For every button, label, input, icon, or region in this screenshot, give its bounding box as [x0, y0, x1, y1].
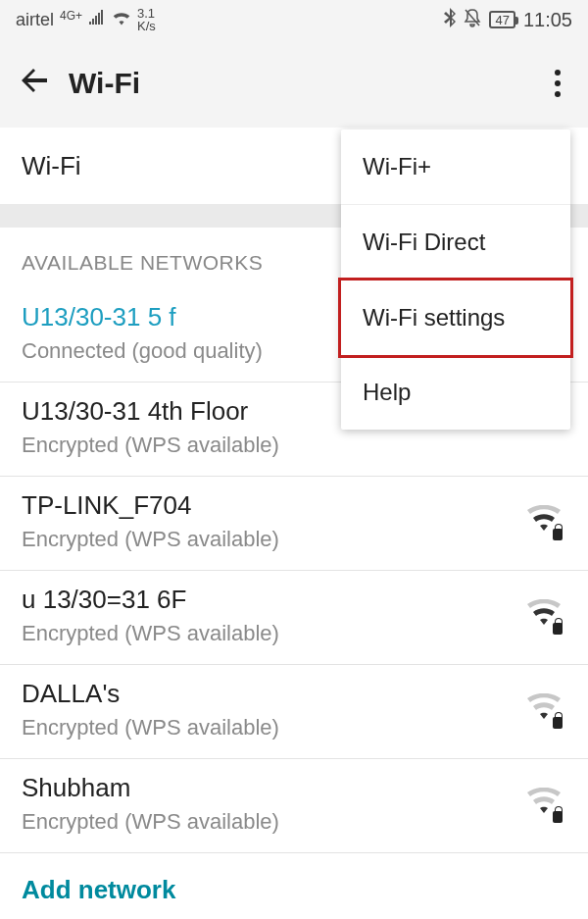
network-ssid: U13/30-31 4th Floor	[22, 396, 279, 427]
network-item[interactable]: TP-LINK_F704Encrypted (WPS available)	[0, 477, 588, 571]
popup-item[interactable]: Help	[341, 355, 570, 430]
add-network-button[interactable]: Add network	[0, 853, 588, 919]
network-status: Encrypted (WPS available)	[22, 715, 279, 740]
carrier-label: airtel	[16, 10, 54, 30]
network-ssid: u 13/30=31 6F	[22, 585, 279, 615]
overflow-popup: Wi-Fi+Wi-Fi DirectWi-Fi settingsHelp	[341, 129, 570, 430]
lock-icon	[553, 717, 563, 729]
network-ssid: Shubham	[22, 773, 279, 803]
lock-icon	[553, 811, 563, 823]
speed-unit: K/s	[137, 20, 156, 32]
network-item[interactable]: ShubhamEncrypted (WPS available)	[0, 759, 588, 853]
status-right: 47 11:05	[444, 8, 572, 32]
network-status: Encrypted (WPS available)	[22, 621, 279, 646]
network-status: Connected (good quality)	[22, 338, 263, 364]
status-bar: airtel 4G+ 3.1 K/s 47 11:05	[0, 0, 588, 39]
network-status: Encrypted (WPS available)	[22, 527, 279, 552]
bluetooth-icon	[444, 8, 456, 32]
network-ssid: TP-LINK_F704	[22, 490, 279, 521]
network-item[interactable]: u 13/30=31 6FEncrypted (WPS available)	[0, 571, 588, 665]
network-ssid: DALLA's	[22, 679, 279, 709]
wifi-signal-lock-icon	[527, 599, 561, 633]
wifi-signal-lock-icon	[527, 693, 561, 727]
battery-value: 47	[495, 13, 509, 27]
wifi-signal-lock-icon	[527, 788, 561, 821]
lock-icon	[553, 623, 563, 635]
page-title: Wi-Fi	[69, 67, 140, 100]
speed-indicator: 3.1 K/s	[137, 7, 156, 32]
wifi-signal-lock-icon	[527, 505, 561, 538]
clock: 11:05	[523, 9, 572, 31]
popup-item[interactable]: Wi-Fi settings	[338, 278, 573, 358]
wifi-row-label: Wi-Fi	[22, 151, 81, 181]
lock-icon	[553, 529, 563, 540]
title-bar: Wi-Fi	[0, 39, 588, 128]
network-type-label: 4G+	[60, 9, 82, 23]
mute-icon	[464, 8, 481, 32]
popup-item[interactable]: Wi-Fi+	[341, 129, 570, 205]
popup-item[interactable]: Wi-Fi Direct	[341, 205, 570, 281]
wifi-status-icon	[112, 10, 131, 30]
status-left: airtel 4G+ 3.1 K/s	[16, 7, 156, 32]
battery-indicator: 47	[489, 11, 514, 28]
overflow-menu-icon[interactable]	[555, 70, 561, 97]
network-status: Encrypted (WPS available)	[22, 433, 279, 458]
network-item[interactable]: DALLA'sEncrypted (WPS available)	[0, 665, 588, 759]
network-ssid: U13/30-31 5 f	[22, 302, 263, 332]
network-status: Encrypted (WPS available)	[22, 809, 279, 835]
signal-icon	[88, 10, 106, 30]
back-arrow-icon[interactable]	[20, 64, 69, 103]
